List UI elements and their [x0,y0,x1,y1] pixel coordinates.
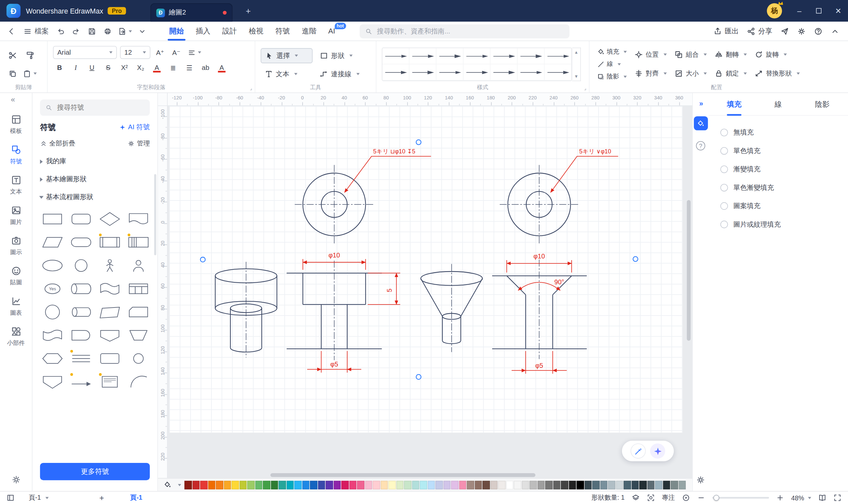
connector-tool-button[interactable]: 連接線 [316,67,372,82]
color-swatch[interactable] [302,481,309,489]
help-button[interactable] [814,27,823,35]
sidebar-item-sticker[interactable]: 貼圖 [1,261,31,291]
symbol-tilted-rect[interactable] [97,302,122,322]
color-swatch[interactable] [608,481,615,489]
zoom-in-button[interactable] [776,494,784,502]
ai-draw-button[interactable] [631,443,646,458]
dialog-launcher-icon[interactable]: ⌟ [250,86,252,91]
color-swatch[interactable] [474,481,482,489]
symbol-search-input[interactable] [56,103,144,112]
color-swatch[interactable] [569,481,576,489]
panel-tab-填充[interactable]: 填充 [727,93,741,116]
drawing-page[interactable]: 5キリ ⊔φ10 ↧5 5キリ ∨φ10 φ10 φ10 φ5 φ5 5 90° [169,106,683,433]
gallery-up-button[interactable]: ▲ [574,50,578,55]
subscript-button[interactable]: X₂ [134,61,147,74]
line-style-option[interactable] [464,48,491,64]
color-swatch[interactable] [584,481,592,489]
font-family-select[interactable]: Arial [53,46,117,59]
fill-tool-button[interactable] [693,116,707,130]
line-style-option[interactable] [518,48,545,64]
global-search[interactable] [360,24,569,38]
symbol-internal-storage[interactable] [126,233,151,252]
page-panel-icon[interactable] [7,494,15,502]
line-style-option[interactable] [436,64,464,80]
line-style-option[interactable] [409,48,436,64]
gallery-down-button[interactable]: ▼ [574,74,578,79]
color-swatch[interactable] [545,481,553,489]
color-swatch[interactable] [224,481,231,489]
line-spacing-button[interactable]: ≣ [167,61,180,74]
sidebar-item-symbols[interactable]: 符號 [1,140,31,170]
shape-tool-button[interactable]: 形狀 [316,48,372,63]
symbol-parallelogram[interactable] [40,233,65,252]
line-style-option[interactable] [409,64,436,80]
color-swatch[interactable] [490,481,498,489]
back-button[interactable] [4,24,18,38]
symbol-cylinder[interactable] [69,279,93,299]
color-swatch[interactable] [278,481,286,489]
fill-option-圖片或紋理填充[interactable]: 圖片或紋理填充 [720,215,836,234]
export-button[interactable]: 匯出 [714,26,739,36]
color-swatch[interactable] [419,481,427,489]
symbol-tape[interactable] [97,279,122,299]
tab-符號[interactable]: 符號 [269,21,296,40]
symbol-wave-flag[interactable] [40,325,65,345]
color-swatch[interactable] [483,481,490,489]
technical-drawing[interactable]: 5キリ ⊔φ10 ↧5 5キリ ∨φ10 φ10 φ10 φ5 φ5 5 90° [169,106,683,433]
fill-option-無填充[interactable]: 無填充 [720,123,836,142]
symbol-trapezoid[interactable] [126,325,151,345]
sidebar-item-image[interactable]: 圖片 [1,200,31,230]
color-swatch[interactable] [506,481,513,489]
bullet-list-button[interactable]: ☰ [183,61,196,74]
tab-設計[interactable]: 設計 [216,21,243,40]
symbol-yes-oval[interactable]: Yes [40,279,65,299]
panel-help-button[interactable]: ? [696,141,705,150]
color-swatch[interactable] [522,481,529,489]
zoom-knob[interactable] [714,495,719,501]
color-swatch[interactable] [600,481,608,489]
color-swatch[interactable] [380,481,388,489]
arrange-鎖定-button[interactable]: 鎖定 [715,67,747,80]
select-tool-button[interactable]: 選擇 [261,48,313,63]
send-button[interactable] [780,27,789,35]
arrange-組合-button[interactable]: 組合 [674,48,707,61]
layers-button[interactable] [632,494,639,502]
color-swatch[interactable] [192,481,199,489]
color-swatch[interactable] [616,481,623,489]
cut-button[interactable] [5,47,19,63]
color-swatch[interactable] [286,481,294,489]
horizontal-scrollbar[interactable] [270,473,536,477]
color-swatch[interactable] [428,481,435,489]
tab-開始[interactable]: 開始 [163,21,190,40]
arrange-大小-button[interactable]: 大小 [674,67,707,80]
collapse-panel-button[interactable]: « [11,95,15,109]
color-swatch[interactable] [553,481,560,489]
format-painter-button[interactable] [23,47,37,63]
color-swatch[interactable] [631,481,638,489]
increase-font-button[interactable]: A⁺ [154,46,166,59]
undo-button[interactable] [54,24,68,38]
arrange-對齊-button[interactable]: 對齊 [634,67,667,80]
arrange-陰影-button[interactable]: 陰影 [595,71,629,82]
color-swatch[interactable] [624,481,631,489]
arrange-線-button[interactable]: 線 [595,58,629,70]
guide-book-button[interactable] [818,494,826,502]
sidebar-item-text[interactable]: 文本 [1,170,31,200]
color-swatch[interactable] [467,481,474,489]
selection-handle[interactable] [200,257,205,262]
color-swatch[interactable] [412,481,419,489]
color-swatch[interactable] [318,481,325,489]
color-swatch[interactable] [655,481,662,489]
manage-button[interactable]: 管理 [128,139,150,148]
symbol-text-block[interactable] [97,372,122,392]
zoom-value[interactable]: 48% [791,494,811,502]
panel-tab-線[interactable]: 線 [774,93,782,116]
arrange-替換形狀-button[interactable]: 替換形狀 [755,67,800,80]
symbol-hexagon[interactable] [40,349,65,368]
font-size-select[interactable]: 12 [120,46,150,59]
symbol-ellipse[interactable] [40,256,65,275]
fill-option-漸變填充[interactable]: 漸變填充 [720,160,836,178]
color-swatch[interactable] [310,481,317,489]
collapse-all-button[interactable]: 全部折疊 [40,139,75,148]
color-swatch[interactable] [357,481,364,489]
